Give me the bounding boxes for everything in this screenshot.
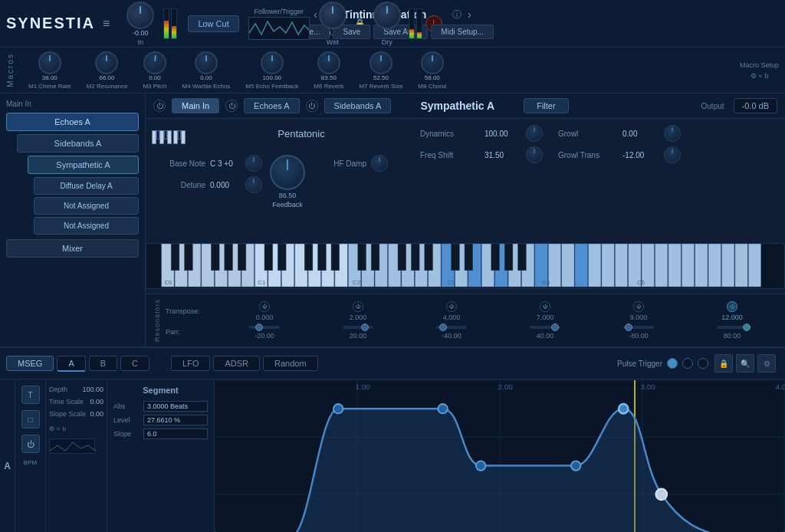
res-4-power[interactable]: ⏻ xyxy=(540,301,550,312)
info-icon[interactable]: ⓘ xyxy=(452,8,461,21)
sidebands-power-btn[interactable]: ⏻ xyxy=(306,100,318,112)
res-5-power[interactable]: ⏻ xyxy=(633,301,644,312)
low-cut-button[interactable]: Low Cut xyxy=(188,15,238,32)
pan-2-slider[interactable] xyxy=(343,326,373,329)
mod-icon-1[interactable]: ⚙ xyxy=(751,72,757,80)
mod-icon-2[interactable]: ≈ xyxy=(759,72,763,80)
tab-adsr[interactable]: ADSR xyxy=(213,356,260,371)
mixer-block[interactable]: Mixer xyxy=(6,239,139,258)
settings-btn[interactable]: ⚙ xyxy=(757,354,776,373)
macro-3-knob[interactable] xyxy=(143,50,168,75)
macro-6-group: 83.50 M6 Reverb xyxy=(314,51,343,90)
tab-mseg[interactable]: MSEG xyxy=(6,356,54,371)
module-power-btn[interactable]: ⏻ xyxy=(153,100,166,112)
pan-6-slider[interactable] xyxy=(717,326,747,329)
tab-main-in[interactable]: Main In xyxy=(172,98,219,113)
base-note-label: Base Note xyxy=(152,159,205,168)
t-mode-btn[interactable]: T xyxy=(21,386,40,404)
echoes-power-btn[interactable]: ⏻ xyxy=(225,100,238,112)
graph-area[interactable]: 1.00 2.00 3.00 4.00 xyxy=(215,379,785,532)
dry-meter-1 xyxy=(409,8,415,39)
macro-7-knob[interactable] xyxy=(370,51,392,74)
res-1-power[interactable]: ⏻ xyxy=(259,301,270,312)
base-note-knob[interactable] xyxy=(245,155,262,172)
pulse-circle-2[interactable] xyxy=(682,358,693,369)
res-3-power[interactable]: ⏻ xyxy=(446,301,457,312)
detune-knob[interactable] xyxy=(245,176,262,193)
lock-btn[interactable]: 🔒 xyxy=(714,354,733,373)
pentatonic-controls: Base Note C 3 +0 Detune 0.000 86.50 xyxy=(152,155,412,209)
sympathetic-area: Sympathetic A Diffuse Delay A Not Assign… xyxy=(28,156,139,235)
midi-setup-button[interactable]: Midi Setup... xyxy=(431,25,494,39)
tab-lfo[interactable]: LFO xyxy=(171,356,210,371)
diffuse-delay-a-block[interactable]: Diffuse Delay A xyxy=(34,177,139,195)
tab-mseg-b[interactable]: B xyxy=(89,356,117,371)
pan-4-thumb[interactable] xyxy=(551,323,559,331)
seg-level-input[interactable] xyxy=(143,415,208,425)
mod-bottom-2[interactable]: ≈ xyxy=(57,425,60,432)
wet-knob[interactable] xyxy=(319,2,347,29)
seg-slope-input[interactable] xyxy=(143,429,208,439)
dry-knob[interactable] xyxy=(373,2,401,29)
macro-2-knob[interactable] xyxy=(95,51,118,74)
zoom-btn[interactable]: 🔍 xyxy=(736,354,754,373)
pulse-circle-3[interactable] xyxy=(698,358,708,369)
macro-5-knob[interactable] xyxy=(261,51,284,74)
pan-4-slider[interactable] xyxy=(530,326,560,329)
square-mode-btn[interactable]: □ xyxy=(21,410,40,429)
pan-3-thumb[interactable] xyxy=(439,323,447,331)
macro-6-knob[interactable] xyxy=(317,51,340,74)
pan-2-thumb[interactable] xyxy=(361,323,369,331)
pan-5-thumb[interactable] xyxy=(625,323,632,331)
seg-abs-input[interactable] xyxy=(143,401,208,412)
pulse-circle-1[interactable] xyxy=(667,358,678,369)
freq-shift-knob[interactable] xyxy=(526,146,543,163)
pan-1-slider[interactable] xyxy=(249,326,280,329)
menu-icon[interactable]: ≡ xyxy=(103,17,110,31)
tab-sidebands-a[interactable]: Sidebands A xyxy=(324,98,392,113)
power-mode-btn[interactable]: ⏻ xyxy=(21,435,40,453)
macro-4-knob[interactable] xyxy=(195,51,218,74)
res-2-power[interactable]: ⏻ xyxy=(353,301,363,312)
prev-preset-button[interactable]: ‹ xyxy=(314,8,317,21)
next-preset-button[interactable]: › xyxy=(468,8,471,21)
not-assigned-1-block[interactable]: Not Assigned xyxy=(34,197,139,215)
piano-keyboard[interactable]: // Inline generation done via HTML below xyxy=(146,243,785,289)
macro-8-knob[interactable] xyxy=(421,51,444,74)
pan-3-slider[interactable] xyxy=(436,326,467,329)
svg-rect-44 xyxy=(735,244,747,287)
res-6-power[interactable]: ⏻ xyxy=(727,301,737,312)
tab-random[interactable]: Random xyxy=(263,356,318,371)
growl-knob[interactable] xyxy=(664,125,681,142)
feedback-knob[interactable] xyxy=(270,155,305,190)
macro-1-knob[interactable] xyxy=(38,51,61,74)
tab-mseg-c[interactable]: C xyxy=(120,356,149,371)
svg-rect-50 xyxy=(238,244,246,271)
pan-col-4: 40.00 xyxy=(500,324,590,340)
sidebands-a-block[interactable]: Sidebands A xyxy=(17,134,139,153)
mod-bottom-1[interactable]: ⚙ xyxy=(49,425,54,432)
waveform-display[interactable] xyxy=(248,17,310,40)
tab-mseg-a[interactable]: A xyxy=(57,356,85,372)
macro-5-value: 100.00 xyxy=(263,74,281,81)
pan-6-thumb[interactable] xyxy=(743,323,751,331)
sympathetic-a-block[interactable]: Sympathetic A xyxy=(28,156,139,174)
mod-icon-3[interactable]: b xyxy=(764,72,768,80)
not-assigned-2-block[interactable]: Not Assigned xyxy=(34,217,139,235)
pan-5-slider[interactable] xyxy=(623,326,654,329)
piano-keys-icon xyxy=(152,130,186,144)
growl-trans-knob[interactable] xyxy=(664,146,681,163)
pan-1-thumb[interactable] xyxy=(255,323,263,331)
mod-bottom-3[interactable]: b xyxy=(62,425,65,432)
filter-tab[interactable]: Filter xyxy=(524,98,568,113)
main-area: Main In Echoes A Sidebands A Sympathetic… xyxy=(0,94,785,346)
hf-damp-knob[interactable] xyxy=(371,155,388,172)
bottom-section: MSEG A B C LFO ADSR Random Pulse Trigger… xyxy=(0,346,785,530)
dynamics-knob[interactable] xyxy=(526,125,543,142)
tab-echoes-a[interactable]: Echoes A xyxy=(244,98,299,113)
res-col-3: ⏻ 4.000 xyxy=(406,301,497,321)
echoes-a-block[interactable]: Echoes A xyxy=(6,113,139,131)
input-knob[interactable] xyxy=(126,2,154,29)
svg-rect-59 xyxy=(411,244,419,271)
svg-rect-55 xyxy=(331,244,340,271)
